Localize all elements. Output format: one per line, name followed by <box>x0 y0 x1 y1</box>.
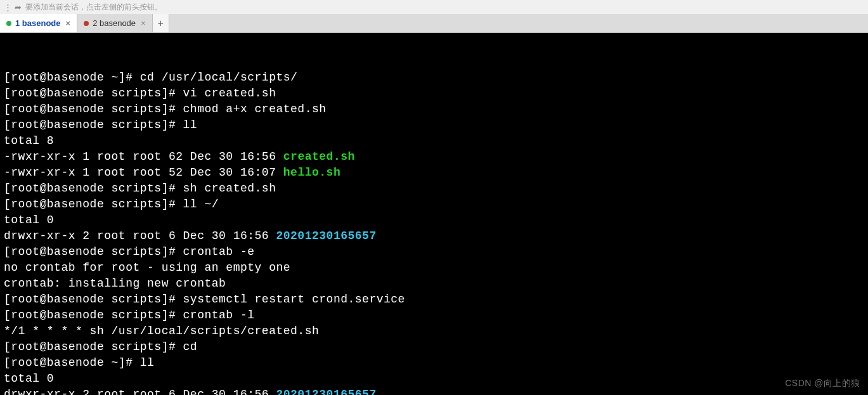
file-dir: 20201230165657 <box>276 388 376 395</box>
terminal-text: -rwxr-xr-x 1 root root 62 Dec 30 16:56 <box>4 150 283 163</box>
terminal-line: [root@basenode scripts]# systemctl resta… <box>4 292 864 308</box>
terminal-line: [root@basenode scripts]# ll <box>4 117 864 133</box>
tab-bar: 1 basenode × 2 basenode × + <box>0 14 868 33</box>
tab-2-basenode[interactable]: 2 basenode × <box>77 14 153 32</box>
terminal-text: -rwxr-xr-x 1 root root 52 Dec 30 16:07 <box>4 166 283 179</box>
new-tab-button[interactable]: + <box>153 14 169 32</box>
file-dir: 20201230165657 <box>276 230 376 242</box>
terminal-line: -rwxr-xr-x 1 root root 52 Dec 30 16:07 h… <box>4 165 864 181</box>
hint-bar: ⋮ ➦ 要添加当前会话，点击左侧的前头按钮。 <box>0 0 868 14</box>
terminal-line: [root@basenode scripts]# cd <box>4 339 864 355</box>
terminal-text: total 0 <box>4 372 54 385</box>
terminal-line: total 0 <box>4 371 864 387</box>
terminal-text: [root@basenode ~]# cd /usr/local/scripts… <box>4 71 297 84</box>
terminal-line: crontab: installing new crontab <box>4 276 864 292</box>
tab-1-basenode[interactable]: 1 basenode × <box>0 14 77 32</box>
terminal-line: [root@basenode scripts]# crontab -l <box>4 308 864 323</box>
terminal-text: */1 * * * * sh /usr/local/scripts/create… <box>4 325 319 337</box>
status-dot-icon <box>84 21 89 26</box>
terminal-text: [root@basenode scripts]# crontab -l <box>4 309 255 321</box>
terminal-text: [root@basenode scripts]# sh created.sh <box>4 182 276 195</box>
close-icon[interactable]: × <box>65 18 72 28</box>
terminal-text: crontab: installing new crontab <box>4 277 226 290</box>
terminal-text: [root@basenode scripts]# cd <box>4 340 197 353</box>
terminal-text: total 8 <box>4 134 54 147</box>
terminal-output[interactable]: [root@basenode ~]# cd /usr/local/scripts… <box>0 33 868 395</box>
terminal-text: [root@basenode scripts]# chmod a+x creat… <box>4 103 327 115</box>
hint-text: 要添加当前会话，点击左侧的前头按钮。 <box>25 2 162 13</box>
terminal-text: total 0 <box>4 214 54 226</box>
terminal-line: total 8 <box>4 133 864 149</box>
terminal-text: drwxr-xr-x 2 root root 6 Dec 30 16:56 <box>4 388 276 395</box>
terminal-line: no crontab for root - using an empty one <box>4 260 864 276</box>
terminal-line: [root@basenode scripts]# vi created.sh <box>4 86 864 101</box>
terminal-line: total 0 <box>4 212 864 228</box>
status-dot-icon <box>6 21 11 26</box>
terminal-line: [root@basenode scripts]# sh created.sh <box>4 181 864 197</box>
tab-label: 2 basenode <box>93 18 136 28</box>
terminal-text: [root@basenode ~]# ll <box>4 356 154 369</box>
terminal-line: [root@basenode ~]# ll <box>4 355 864 371</box>
file-exec: hello.sh <box>283 166 340 179</box>
terminal-text: [root@basenode scripts]# systemctl resta… <box>4 293 405 306</box>
terminal-line: [root@basenode scripts]# crontab -e <box>4 244 864 260</box>
terminal-line: -rwxr-xr-x 1 root root 62 Dec 30 16:56 c… <box>4 149 864 165</box>
watermark-text: CSDN @向上的狼 <box>785 375 860 391</box>
terminal-text: drwxr-xr-x 2 root root 6 Dec 30 16:56 <box>4 230 276 242</box>
file-exec: created.sh <box>283 150 355 163</box>
tab-label: 1 basenode <box>15 18 61 28</box>
terminal-line: drwxr-xr-x 2 root root 6 Dec 30 16:56 20… <box>4 228 864 244</box>
terminal-line: [root@basenode ~]# cd /usr/local/scripts… <box>4 70 864 86</box>
terminal-line: [root@basenode scripts]# chmod a+x creat… <box>4 101 864 117</box>
terminal-text: [root@basenode scripts]# crontab -e <box>4 245 255 258</box>
terminal-line: drwxr-xr-x 2 root root 6 Dec 30 16:56 20… <box>4 387 864 395</box>
hint-arrow-icon: ⋮ ➦ <box>4 3 22 12</box>
terminal-text: [root@basenode scripts]# ll ~/ <box>4 198 219 210</box>
terminal-line: */1 * * * * sh /usr/local/scripts/create… <box>4 323 864 339</box>
terminal-text: no crontab for root - using an empty one <box>4 261 290 274</box>
close-icon[interactable]: × <box>139 18 147 28</box>
terminal-line: [root@basenode scripts]# ll ~/ <box>4 197 864 212</box>
terminal-text: [root@basenode scripts]# ll <box>4 119 197 131</box>
terminal-text: [root@basenode scripts]# vi created.sh <box>4 87 276 100</box>
